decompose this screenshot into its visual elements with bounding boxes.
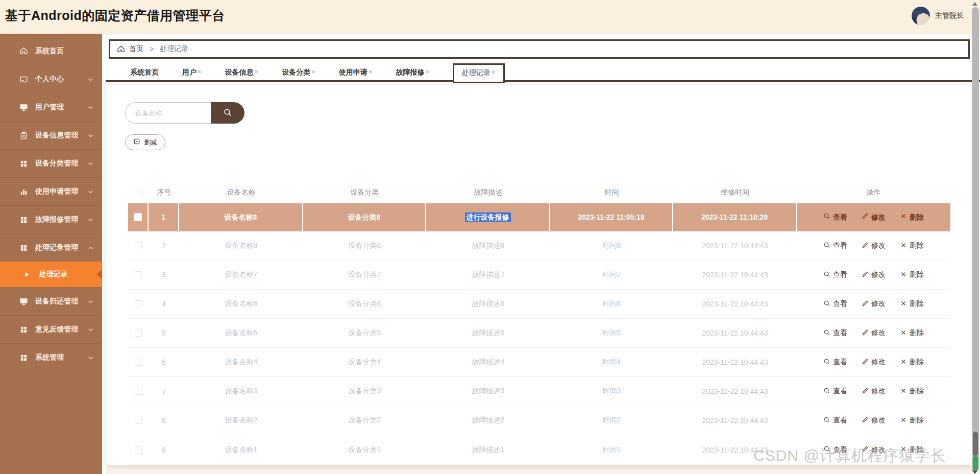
- edit-link[interactable]: 修改: [862, 299, 886, 309]
- view-link[interactable]: 查看: [823, 387, 847, 396]
- sidebar-item-device-category-mgmt[interactable]: 设备分类管理: [0, 149, 102, 177]
- edit-link[interactable]: 修改: [862, 358, 886, 367]
- table-row[interactable]: 9设备名称1设备分类1故障描述1时间12023-11-22 10:44:43查看…: [128, 435, 950, 464]
- sidebar-item-home[interactable]: 系统首页: [0, 37, 102, 65]
- edit-link[interactable]: 修改: [862, 328, 886, 338]
- close-icon[interactable]: ×: [198, 68, 202, 75]
- row-checkbox[interactable]: [135, 242, 142, 249]
- sidebar-item-user-mgmt[interactable]: 用户管理: [0, 93, 102, 121]
- row-checkbox[interactable]: [135, 446, 142, 454]
- avatar[interactable]: [912, 7, 930, 25]
- table-row[interactable]: 3设备名称7设备分类7故障描述7时间72023-11-22 10:44:43查看…: [128, 260, 950, 290]
- repair-time-cell: 2023-11-22 10:44:43: [673, 416, 797, 424]
- delete-link[interactable]: 删除: [900, 445, 924, 455]
- fault-description-cell: 故障描述4: [426, 358, 550, 367]
- close-icon[interactable]: ×: [425, 68, 429, 75]
- row-checkbox[interactable]: [134, 213, 142, 221]
- scroll-up-icon[interactable]: [972, 2, 977, 6]
- sidebar-item-feedback-mgmt[interactable]: 意见反馈管理: [0, 315, 102, 343]
- tab-record[interactable]: 处理记录×: [453, 63, 505, 83]
- view-link[interactable]: 查看: [823, 203, 847, 231]
- view-link[interactable]: 查看: [823, 299, 847, 309]
- row-checkbox[interactable]: [135, 329, 142, 337]
- scrollbar-track[interactable]: [972, 7, 979, 472]
- row-checkbox[interactable]: [135, 388, 142, 395]
- close-icon[interactable]: ×: [369, 68, 373, 75]
- sidebar-item-system-mgmt[interactable]: 系统管理: [0, 343, 102, 371]
- delete-link[interactable]: 删除: [900, 328, 924, 338]
- tab-fault-repair[interactable]: 故障报修×: [396, 68, 429, 77]
- table-row[interactable]: 7设备名称3设备分类3故障描述3时间32023-11-22 10:44:43查看…: [128, 377, 950, 406]
- edit-icon: [862, 271, 869, 279]
- search-button[interactable]: [211, 102, 244, 124]
- sidebar-item-record-mgmt[interactable]: 处理记录管理: [0, 233, 102, 262]
- edit-link[interactable]: 修改: [862, 241, 886, 250]
- close-icon[interactable]: ×: [492, 69, 496, 76]
- edit-link[interactable]: 修改: [862, 270, 886, 279]
- table-row[interactable]: 1设备名称8设备分类8进行设备报修2023-11-22 11:05:192023…: [128, 203, 950, 231]
- tab-device-info[interactable]: 设备信息×: [225, 68, 259, 77]
- device-name-cell: 设备名称1: [179, 445, 303, 455]
- tab-home[interactable]: 系统首页: [130, 68, 159, 77]
- delete-link[interactable]: 删除: [900, 387, 924, 396]
- sidebar-item-record[interactable]: 处理记录: [0, 262, 102, 287]
- device-category-cell: 设备分类7: [303, 270, 426, 279]
- scrollbar-thumb[interactable]: [973, 432, 978, 456]
- tab-label: 设备信息: [225, 68, 254, 77]
- delete-link[interactable]: 删除: [900, 358, 924, 367]
- sidebar-item-usage-apply-mgmt[interactable]: 使用申请管理: [0, 177, 102, 205]
- view-link[interactable]: 查看: [823, 328, 847, 338]
- close-icon[interactable]: ×: [311, 68, 315, 75]
- close-icon[interactable]: ×: [255, 68, 259, 75]
- view-link[interactable]: 查看: [823, 416, 847, 425]
- tab-user[interactable]: 用户×: [182, 68, 202, 77]
- table-row[interactable]: 8设备名称2设备分类2故障描述2时间22023-11-22 10:44:43查看…: [128, 406, 950, 435]
- fault-description-cell: 故障描述8: [426, 241, 550, 250]
- view-link[interactable]: 查看: [823, 358, 847, 367]
- view-link[interactable]: 查看: [823, 241, 847, 250]
- delete-link[interactable]: 删除: [900, 270, 924, 279]
- chevron-up-icon: [87, 245, 94, 251]
- edit-link-label: 修改: [871, 203, 886, 231]
- repair-time-cell: 2023-11-22 11:10:29: [673, 203, 797, 231]
- sidebar-item-device-return-mgmt[interactable]: 设备归还管理: [0, 287, 102, 315]
- row-checkbox-cell: [128, 242, 149, 249]
- view-link[interactable]: 查看: [823, 270, 847, 279]
- scroll-down-icon[interactable]: [972, 470, 977, 474]
- chevron-down-icon: [87, 217, 94, 223]
- row-checkbox[interactable]: [135, 271, 142, 278]
- tab-usage-apply[interactable]: 使用申请×: [339, 68, 373, 77]
- view-link[interactable]: 查看: [823, 445, 847, 455]
- sidebar-item-fault-repair-mgmt[interactable]: 故障报修管理: [0, 205, 102, 233]
- column-header: 时间: [550, 188, 673, 197]
- edit-link[interactable]: 修改: [862, 416, 886, 425]
- edit-link[interactable]: 修改: [862, 445, 886, 455]
- tab-label: 系统首页: [130, 68, 159, 77]
- row-index: 8: [149, 416, 179, 424]
- view-link-label: 查看: [833, 328, 847, 338]
- row-checkbox[interactable]: [135, 359, 142, 366]
- table-row[interactable]: 4设备名称6设备分类6故障描述6时间62023-11-22 10:44:43查看…: [128, 290, 950, 319]
- breadcrumb-home[interactable]: 首页: [129, 44, 143, 54]
- row-checkbox[interactable]: [135, 300, 142, 307]
- fault-description-cell: 故障描述5: [426, 328, 550, 338]
- user-area[interactable]: 主管院长: [912, 7, 964, 25]
- select-all-checkbox[interactable]: [135, 189, 142, 196]
- sidebar-item-profile[interactable]: 个人中心: [0, 65, 102, 93]
- sidebar-item-label: 系统首页: [35, 46, 64, 56]
- delete-link[interactable]: 删除: [900, 203, 924, 231]
- delete-link[interactable]: 删除: [900, 416, 924, 425]
- tab-device-category[interactable]: 设备分类×: [282, 68, 315, 77]
- delete-button[interactable]: 删减: [125, 134, 165, 150]
- sidebar-item-device-info-mgmt[interactable]: 设备信息管理: [0, 121, 102, 149]
- edit-link[interactable]: 修改: [862, 387, 886, 396]
- delete-link[interactable]: 删除: [900, 241, 924, 250]
- row-actions: 查看修改删除: [797, 445, 950, 455]
- edit-link[interactable]: 修改: [862, 203, 886, 231]
- search-input[interactable]: [125, 102, 211, 124]
- table-row[interactable]: 5设备名称5设备分类5故障描述5时间52023-11-22 10:44:43查看…: [128, 319, 950, 348]
- row-checkbox[interactable]: [135, 417, 142, 424]
- table-row[interactable]: 6设备名称4设备分类4故障描述4时间42023-11-22 10:44:43查看…: [128, 348, 950, 377]
- table-row[interactable]: 2设备名称8设备分类8故障描述8时间82023-11-22 10:44:43查看…: [128, 231, 950, 260]
- delete-link[interactable]: 删除: [900, 299, 924, 309]
